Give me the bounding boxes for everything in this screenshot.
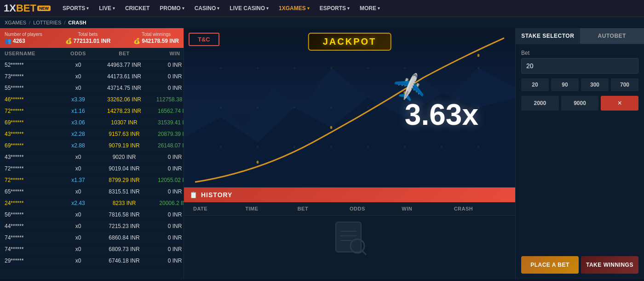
game-area: T&C JACKPOT ✈️ 3.63x [184, 28, 515, 187]
svg-point-3 [330, 126, 333, 129]
quick-bet-20[interactable]: 20 [521, 78, 549, 91]
row-odds: x0 [60, 154, 97, 160]
nav-more[interactable]: MORE▾ [355, 0, 385, 17]
autobet-tab[interactable]: AUTOBET [580, 28, 644, 44]
row-win: 0 INR [152, 154, 184, 160]
right-panel: STAKE SELECTOR AUTOBET Bet 20 90 300 700… [515, 28, 644, 279]
row-odds: x0 [60, 188, 97, 195]
place-bet-button[interactable]: PLACE A BET [521, 256, 579, 274]
stats-header: Number of players 👥 4263 Total bets 💰 77… [0, 28, 184, 48]
main-layout: Number of players 👥 4263 Total bets 💰 77… [0, 28, 644, 279]
row-odds: x0 [60, 165, 97, 172]
center-panel: T&C JACKPOT ✈️ 3.63x 📋 HISTORY DATE TIME… [184, 28, 515, 279]
nav-cricket[interactable]: CRICKET [121, 0, 154, 17]
quick-bets-row1: 20 90 300 700 [521, 78, 638, 91]
quick-bet-2000[interactable]: 2000 [521, 96, 559, 111]
row-bet: 8233 INR [97, 200, 152, 206]
take-winnings-button[interactable]: TAKE WINNINGS [581, 256, 638, 274]
nav-casino[interactable]: CASINO▾ [190, 0, 224, 17]
row-odds: x0 [60, 73, 97, 80]
row-win: 26148.07 INR [152, 142, 184, 149]
history-header: 📋 HISTORY [184, 187, 515, 202]
svg-point-10 [367, 67, 368, 69]
row-bet: 43714.75 INR [97, 85, 152, 91]
players-table: 52****** x0 44963.77 INR 0 INR 73****** … [0, 59, 184, 268]
bet-field-section: Bet [521, 50, 638, 74]
bets-icon: 💰 [65, 38, 72, 44]
row-username: 65****** [5, 188, 60, 195]
history-icon: 📋 [190, 191, 197, 199]
winnings-stat: Total winnings 💰 942178.59 INR [133, 32, 179, 44]
svg-point-24 [293, 146, 295, 148]
table-row: 72****** x1.16 14278.23 INR 16562.74 INR [0, 105, 184, 117]
history-title: HISTORY [201, 191, 232, 199]
history-empty [184, 216, 515, 262]
nav-1xgames[interactable]: 1XGAMES▾ [274, 0, 314, 17]
clear-button[interactable]: × [601, 96, 638, 111]
svg-point-11 [404, 67, 405, 69]
svg-point-2 [257, 161, 259, 164]
row-odds: x1.16 [60, 108, 97, 114]
row-bet: 44173.61 INR [97, 73, 152, 80]
quick-bet-700[interactable]: 700 [611, 78, 638, 91]
row-username: 69****** [5, 142, 60, 149]
row-username: 43****** [5, 131, 60, 137]
row-win: 0 INR [152, 62, 184, 68]
bet-input[interactable] [521, 58, 638, 74]
quick-bet-9000[interactable]: 9000 [561, 96, 599, 111]
svg-point-5 [477, 54, 480, 57]
stake-body: Bet 20 90 300 700 2000 9000 × [516, 44, 644, 256]
nav-sports[interactable]: SPORTS▾ [58, 0, 93, 17]
table-row: 43****** x0 9020 INR 0 INR [0, 152, 184, 163]
svg-point-16 [293, 106, 295, 108]
nav-live-casino[interactable]: LIVE CASINO▾ [225, 0, 273, 17]
new-badge: NEW [37, 6, 51, 11]
row-odds: x0 [60, 246, 97, 252]
row-odds: x0 [60, 85, 97, 91]
players-icon: 👥 [5, 38, 12, 44]
nav-esports[interactable]: ESPORTS▾ [315, 0, 354, 17]
row-bet: 8315.51 INR [97, 188, 152, 195]
breadcrumb-xgames[interactable]: XGAMES [5, 20, 26, 25]
players-value: 4263 [13, 38, 25, 44]
row-bet: 6746.18 INR [97, 258, 152, 264]
table-row: 74****** x0 6860.84 INR 0 INR [0, 232, 184, 244]
row-username: 24****** [5, 200, 60, 206]
tc-button[interactable]: T&C [189, 33, 219, 46]
row-win: 0 INR [152, 234, 184, 241]
svg-point-6 [220, 67, 221, 69]
svg-point-9 [330, 67, 332, 69]
logo[interactable]: 1XBET NEW [4, 2, 51, 14]
breadcrumb-current: CRASH [68, 20, 86, 25]
table-row: 72****** x0 9019.04 INR 0 INR [0, 163, 184, 175]
row-odds: x0 [60, 258, 97, 264]
row-win: 16562.74 INR [152, 108, 184, 114]
svg-point-12 [441, 67, 442, 69]
quick-bet-300[interactable]: 300 [581, 78, 609, 91]
bets-stat: Total bets 💰 772131.01 INR [65, 32, 111, 44]
quick-bet-90[interactable]: 90 [551, 78, 579, 91]
row-username: 74****** [5, 234, 60, 241]
nav-live[interactable]: LIVE▾ [94, 0, 120, 17]
row-bet: 9157.63 INR [97, 131, 152, 137]
stake-selector-tab[interactable]: STAKE SELECTOR [516, 28, 580, 44]
history-section: 📋 HISTORY DATE TIME BET ODDS WIN CRASH [184, 187, 515, 279]
breadcrumb-lotteries[interactable]: LOTTERIES [33, 20, 61, 25]
quick-bets-row2: 2000 9000 × [521, 96, 638, 111]
table-row: 52****** x0 44963.77 INR 0 INR [0, 59, 184, 71]
row-odds: x1.37 [60, 177, 97, 183]
history-table-header: DATE TIME BET ODDS WIN CRASH [184, 202, 515, 216]
players-stat: Number of players 👥 4263 [5, 32, 42, 44]
row-bet: 6860.84 INR [97, 234, 152, 241]
nav-promo[interactable]: PROMO▾ [155, 0, 189, 17]
row-bet: 10307 INR [97, 119, 152, 126]
svg-point-8 [293, 67, 295, 69]
row-win: 0 INR [152, 258, 184, 264]
svg-point-26 [367, 146, 368, 148]
jackpot-banner: JACKPOT [308, 33, 391, 51]
row-bet: 8799.29 INR [97, 177, 152, 183]
row-username: 72****** [5, 165, 60, 172]
row-odds: x2.28 [60, 131, 97, 137]
row-win: 0 INR [152, 246, 184, 252]
svg-point-18 [367, 106, 368, 108]
